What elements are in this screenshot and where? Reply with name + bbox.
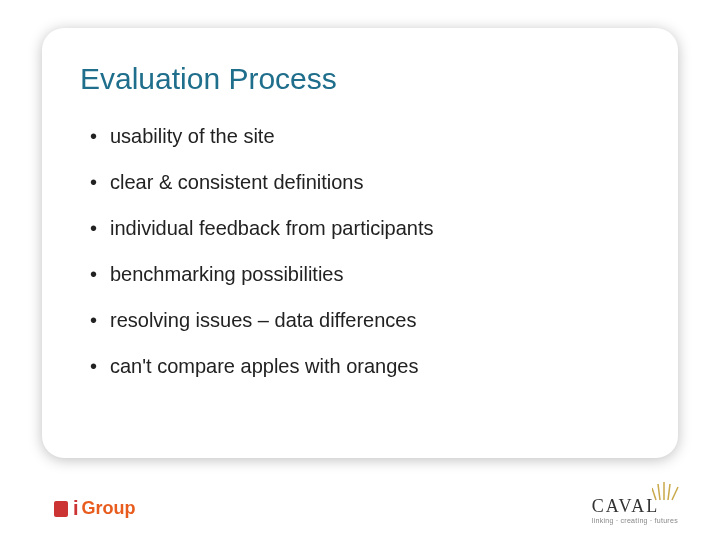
caval-logo: CAVAL linking · creating · futures — [592, 496, 678, 524]
content-card: Evaluation Process usability of the site… — [42, 28, 678, 458]
list-item: usability of the site — [80, 124, 640, 148]
list-item: benchmarking possibilities — [80, 262, 640, 286]
list-item: individual feedback from participants — [80, 216, 640, 240]
svg-line-16 — [668, 484, 670, 500]
slide: Evaluation Process usability of the site… — [0, 0, 720, 540]
bullet-list: usability of the site clear & consistent… — [80, 124, 640, 378]
logo-mark-icon — [54, 501, 68, 517]
list-item: can't compare apples with oranges — [80, 354, 640, 378]
svg-line-13 — [652, 488, 656, 500]
logo-text: Group — [82, 498, 136, 519]
caval-tagline: linking · creating · futures — [592, 517, 678, 524]
list-item: clear & consistent definitions — [80, 170, 640, 194]
svg-line-14 — [658, 484, 660, 500]
svg-line-17 — [672, 487, 678, 500]
igroup-logo: iGroup — [54, 497, 136, 520]
slide-title: Evaluation Process — [80, 62, 640, 96]
burst-icon — [652, 482, 680, 502]
logo-i: i — [73, 497, 79, 520]
list-item: resolving issues – data differences — [80, 308, 640, 332]
